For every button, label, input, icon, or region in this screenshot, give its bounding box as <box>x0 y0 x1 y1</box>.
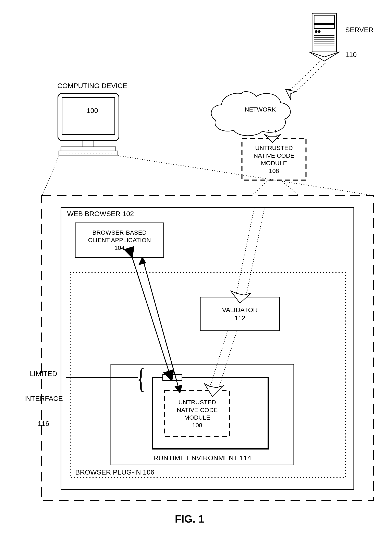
untrusted-module-num: 108 <box>269 167 279 175</box>
svg-line-35 <box>42 156 59 195</box>
svg-marker-42 <box>175 385 182 393</box>
untrusted-module-l3: MODULE <box>261 159 287 167</box>
svg-line-40 <box>142 257 180 393</box>
runtime-env-title: RUNTIME ENVIRONMENT 114 <box>117 454 288 462</box>
client-app-text: BROWSER-BASED CLIENT APPLICATION 104 <box>76 224 163 256</box>
svg-line-38 <box>280 180 299 195</box>
server-icon <box>309 13 340 61</box>
limited-interface-port <box>163 374 182 381</box>
svg-point-19 <box>69 153 70 153</box>
svg-point-18 <box>66 153 66 153</box>
limited-interface-l1: LIMITED <box>30 370 57 377</box>
svg-point-17 <box>63 153 63 153</box>
untrusted-module-inner-l3: MODULE <box>184 414 210 421</box>
server-num: 110 <box>345 51 357 58</box>
untrusted-module-inner-l2: NATIVE CODE <box>177 406 217 414</box>
server-label: SERVER 110 <box>337 17 386 67</box>
computing-device-label: COMPUTING DEVICE 100 <box>48 73 129 123</box>
validator-title: VALIDATOR <box>222 306 258 314</box>
svg-marker-41 <box>139 257 146 264</box>
server-title: SERVER <box>345 26 373 34</box>
svg-point-30 <box>102 153 103 153</box>
svg-point-26 <box>90 153 91 153</box>
svg-rect-14 <box>83 141 94 147</box>
svg-point-28 <box>96 153 97 153</box>
untrusted-module-inner-l1: UNTRUSTED <box>179 399 216 406</box>
svg-point-34 <box>114 153 115 153</box>
computing-device-title: COMPUTING DEVICE <box>57 82 127 90</box>
browser-plugin-title: BROWSER PLUG-IN 106 <box>75 468 154 476</box>
untrusted-module-l1: UNTRUSTED <box>255 144 293 152</box>
limited-interface-num: 116 <box>38 420 49 427</box>
svg-point-31 <box>105 153 106 153</box>
svg-point-21 <box>75 153 76 153</box>
limited-interface-l2: INTERFACE <box>24 395 63 402</box>
svg-line-39 <box>132 257 172 381</box>
svg-point-3 <box>315 30 317 33</box>
limited-interface-label: LIMITED INTERFACE 116 <box>16 361 63 436</box>
client-app-l1: BROWSER-BASED <box>92 229 147 236</box>
svg-point-29 <box>99 153 100 153</box>
validator-text: VALIDATOR 112 <box>201 298 279 330</box>
untrusted-module-inner-text: UNTRUSTED NATIVE CODE MODULE 108 <box>166 392 229 435</box>
computing-device-num: 100 <box>87 107 98 114</box>
svg-rect-1 <box>314 15 335 23</box>
network-label: NETWORK <box>236 106 285 113</box>
untrusted-module-top-text: UNTRUSTED NATIVE CODE MODULE 108 <box>243 140 305 179</box>
limited-interface-brace: { <box>137 364 145 393</box>
figure-caption: FIG. 1 <box>175 513 204 525</box>
svg-point-27 <box>93 153 94 153</box>
network-cloud <box>211 92 291 136</box>
svg-point-32 <box>108 153 109 153</box>
untrusted-module-l2: NATIVE CODE <box>253 152 294 160</box>
untrusted-module-inner-num: 108 <box>192 421 202 429</box>
svg-rect-15 <box>61 147 116 151</box>
svg-point-22 <box>78 153 79 153</box>
validator-num: 112 <box>234 314 245 322</box>
svg-line-37 <box>252 180 268 195</box>
client-app-l2: CLIENT APPLICATION <box>88 236 151 244</box>
svg-rect-0 <box>312 13 336 52</box>
client-app-num: 104 <box>114 244 125 252</box>
svg-point-4 <box>318 30 320 33</box>
svg-point-23 <box>81 153 82 153</box>
svg-point-25 <box>87 153 88 153</box>
svg-rect-16 <box>59 151 118 155</box>
web-browser-title: WEB BROWSER 102 <box>67 210 134 218</box>
svg-rect-2 <box>314 24 335 28</box>
svg-point-24 <box>84 153 85 153</box>
svg-point-33 <box>112 153 112 153</box>
svg-point-20 <box>72 153 73 153</box>
